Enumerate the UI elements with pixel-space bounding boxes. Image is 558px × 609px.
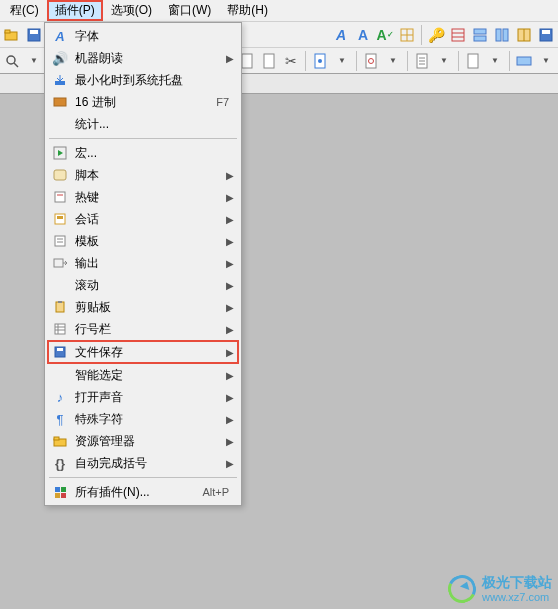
folder-icon — [51, 432, 69, 450]
split-h-icon[interactable] — [470, 25, 490, 45]
chevron-right-icon: ▶ — [225, 280, 235, 291]
folder-open-icon[interactable] — [2, 25, 22, 45]
menu-macro[interactable]: 宏... — [47, 142, 239, 164]
menu-hotkey[interactable]: 热键 ▶ — [47, 186, 239, 208]
svg-rect-41 — [57, 216, 63, 219]
watermark-logo-icon — [444, 571, 480, 607]
menu-output[interactable]: 输出 ▶ — [47, 252, 239, 274]
menu-smart-select[interactable]: 智能选定 ▶ — [47, 364, 239, 386]
menu-label: 文件保存 — [75, 344, 225, 361]
cut-icon[interactable]: ✂ — [281, 51, 301, 71]
toolbar-separator — [356, 51, 357, 71]
menu-special-chars[interactable]: ¶ 特殊字符 ▶ — [47, 408, 239, 430]
table-red-icon[interactable] — [448, 25, 468, 45]
menu-label: 剪贴板 — [75, 299, 225, 316]
menu-shortcut: F7 — [216, 96, 229, 108]
menu-script[interactable]: 脚本 ▶ — [47, 164, 239, 186]
svg-rect-56 — [55, 487, 60, 492]
menu-label: 输出 — [75, 255, 225, 272]
chevron-right-icon: ▶ — [225, 258, 235, 269]
menu-label: 行号栏 — [75, 321, 225, 338]
menu-window[interactable]: 窗口(W) — [160, 0, 219, 21]
doc-icon[interactable] — [463, 51, 483, 71]
menu-all-plugins[interactable]: 所有插件(N)... Alt+P — [47, 481, 239, 503]
menu-explorer[interactable]: 资源管理器 ▶ — [47, 430, 239, 452]
watermark: 极光下载站 www.xz7.com — [448, 575, 552, 603]
font-a-icon[interactable]: A — [331, 25, 351, 45]
menu-file-save[interactable]: 文件保存 ▶ — [47, 340, 239, 364]
menu-statistics[interactable]: 统计... — [47, 113, 239, 135]
menu-open-sound[interactable]: ♪ 打开声音 ▶ — [47, 386, 239, 408]
svg-rect-13 — [474, 36, 486, 41]
menu-tts[interactable]: 🔊 机器朗读 ▶ — [47, 47, 239, 69]
chevron-right-icon: ▶ — [225, 458, 235, 469]
key-icon[interactable]: 🔑 — [426, 25, 446, 45]
dropdown-icon[interactable]: ▼ — [434, 51, 454, 71]
svg-rect-58 — [55, 493, 60, 498]
save-icon[interactable] — [24, 25, 44, 45]
dropdown-icon[interactable]: ▼ — [536, 51, 556, 71]
menu-scroll[interactable]: 滚动 ▶ — [47, 274, 239, 296]
menu-label: 滚动 — [75, 277, 225, 294]
dropdown-icon[interactable]: ▼ — [383, 51, 403, 71]
script-icon — [51, 166, 69, 184]
menu-session[interactable]: 会话 ▶ — [47, 208, 239, 230]
template-icon — [51, 232, 69, 250]
svg-rect-34 — [517, 57, 531, 65]
blank-icon — [51, 366, 69, 384]
chevron-right-icon: ▶ — [225, 214, 235, 225]
split-v-icon[interactable] — [492, 25, 512, 45]
menu-auto-bracket[interactable]: {} 自动完成括号 ▶ — [47, 452, 239, 474]
layout-icon[interactable] — [514, 25, 534, 45]
svg-rect-36 — [54, 98, 66, 106]
chevron-right-icon: ▶ — [225, 436, 235, 447]
menu-hex[interactable]: 16 进制 F7 — [47, 91, 239, 113]
chevron-right-icon: ▶ — [225, 370, 235, 381]
hotkey-icon — [51, 188, 69, 206]
doc-icon[interactable] — [310, 51, 330, 71]
svg-rect-45 — [54, 259, 63, 267]
page-icon[interactable] — [259, 51, 279, 71]
list-icon[interactable] — [412, 51, 432, 71]
menu-label: 宏... — [75, 145, 235, 162]
menu-label: 16 进制 — [75, 94, 216, 111]
filter-icon[interactable] — [514, 51, 534, 71]
search-icon[interactable] — [2, 51, 22, 71]
menu-label: 特殊字符 — [75, 411, 225, 428]
svg-rect-42 — [55, 236, 65, 246]
clipboard-icon — [51, 298, 69, 316]
font-a2-icon[interactable]: A — [353, 25, 373, 45]
gear-icon[interactable] — [361, 51, 381, 71]
menu-label: 自动完成括号 — [75, 455, 225, 472]
menu-plugins[interactable]: 插件(P) — [47, 0, 103, 21]
chevron-right-icon: ▶ — [225, 302, 235, 313]
check-a-icon[interactable]: A✓ — [375, 25, 395, 45]
font-icon: A — [51, 27, 69, 45]
watermark-url: www.xz7.com — [482, 591, 552, 603]
menu-separator — [49, 477, 237, 478]
menu-minimize-tray[interactable]: 最小化时到系统托盘 — [47, 69, 239, 91]
svg-rect-46 — [56, 302, 64, 312]
dropdown-icon[interactable]: ▼ — [332, 51, 352, 71]
menu-linenum[interactable]: 行号栏 ▶ — [47, 318, 239, 340]
chevron-right-icon: ▶ — [225, 170, 235, 181]
menu-process[interactable]: 程(C) — [2, 0, 47, 21]
svg-rect-12 — [474, 29, 486, 34]
speaker-icon: 🔊 — [51, 49, 69, 67]
menu-font[interactable]: A 字体 — [47, 25, 239, 47]
svg-rect-14 — [496, 29, 501, 41]
sound-icon: ♪ — [51, 388, 69, 406]
tray-icon — [51, 71, 69, 89]
menu-template[interactable]: 模板 ▶ — [47, 230, 239, 252]
dropdown-icon[interactable]: ▼ — [485, 51, 505, 71]
menu-help[interactable]: 帮助(H) — [219, 0, 276, 21]
table-icon[interactable] — [397, 25, 417, 45]
menu-clipboard[interactable]: 剪贴板 ▶ — [47, 296, 239, 318]
menu-options[interactable]: 选项(O) — [103, 0, 160, 21]
dropdown-icon[interactable]: ▼ — [24, 51, 44, 71]
svg-line-21 — [14, 63, 18, 67]
save-blue-icon[interactable] — [536, 25, 556, 45]
blank-icon — [51, 276, 69, 294]
output-icon — [51, 254, 69, 272]
hex-icon — [51, 93, 69, 111]
